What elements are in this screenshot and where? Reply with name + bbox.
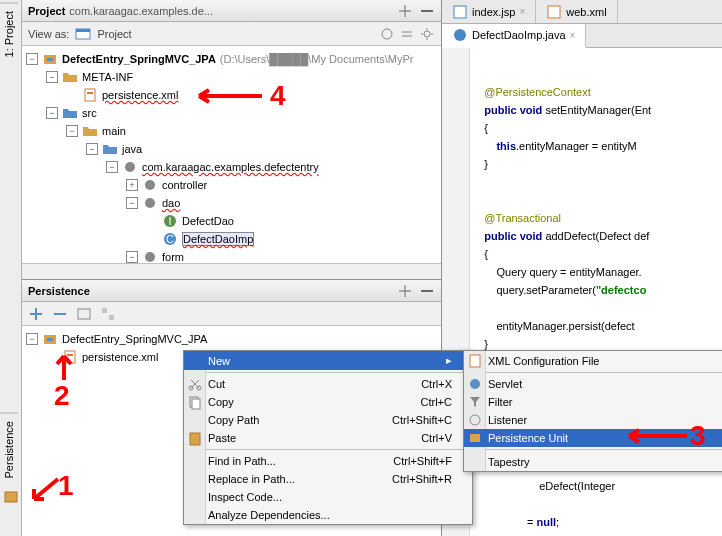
folder-icon <box>62 69 78 85</box>
menu-cut[interactable]: Cut Ctrl+X <box>184 375 472 393</box>
menu-label: Inspect Code... <box>208 491 282 503</box>
submenu-persistence-unit[interactable]: Persistence Unit <box>464 429 722 447</box>
collapse-icon[interactable] <box>397 3 413 19</box>
xml-icon <box>467 353 483 369</box>
svg-text:I: I <box>168 215 171 227</box>
submenu-xml-config[interactable]: XML Configuration File ▸ <box>464 351 722 370</box>
expand-all-icon[interactable] <box>28 306 44 322</box>
servlet-icon <box>467 376 483 392</box>
hide-icon[interactable] <box>419 3 435 19</box>
xml-icon <box>546 4 562 20</box>
tree-metainf[interactable]: META-INF <box>82 71 133 83</box>
hide-icon[interactable] <box>419 283 435 299</box>
svg-rect-1 <box>421 10 433 12</box>
collapse-all-icon[interactable] <box>52 306 68 322</box>
tree-toggle[interactable]: − <box>86 143 98 155</box>
menu-replace-in-path[interactable]: Replace in Path... Ctrl+Shift+R <box>184 470 472 488</box>
tree-toggle[interactable]: − <box>46 71 58 83</box>
menu-label: Cut <box>208 378 225 390</box>
svg-rect-25 <box>65 351 75 363</box>
tree-toggle[interactable]: − <box>126 197 138 209</box>
menu-copy-path[interactable]: Copy Path Ctrl+Shift+C <box>184 411 472 429</box>
persist-root[interactable]: DefectEntry_SpringMVC_JPA <box>62 333 207 345</box>
menu-find-in-path[interactable]: Find in Path... Ctrl+Shift+F <box>184 452 472 470</box>
menu-analyze-dependencies[interactable]: Analyze Dependencies... <box>184 506 472 524</box>
submenu-listener[interactable]: Listener <box>464 411 722 429</box>
package-icon <box>142 177 158 193</box>
java-icon <box>452 27 468 43</box>
toolbar-settings-icon[interactable] <box>419 26 435 42</box>
tree-toggle[interactable]: − <box>26 53 38 65</box>
package-icon <box>142 195 158 211</box>
tree-toggle[interactable]: + <box>126 179 138 191</box>
editor-tab-webxml[interactable]: web.xml <box>536 0 617 23</box>
sidebar-tab-persistence[interactable]: Persistence <box>0 412 18 486</box>
menu-label: Persistence Unit <box>488 432 568 444</box>
console-icon[interactable] <box>76 306 92 322</box>
tree-toggle[interactable]: − <box>66 125 78 137</box>
project-tree[interactable]: − DefectEntry_SpringMVC_JPA (D:\Users\██… <box>22 46 441 263</box>
svg-rect-22 <box>109 315 114 320</box>
view-as-value[interactable]: Project <box>97 28 131 40</box>
tree-root-path: (D:\Users\█████\My Documents\MyPr <box>220 53 414 65</box>
tab-close-icon[interactable]: × <box>519 6 525 17</box>
sidebar-tab-project[interactable]: 1: Project <box>0 2 18 65</box>
tab-close-icon[interactable]: × <box>570 30 576 41</box>
tree-main[interactable]: main <box>102 125 126 137</box>
tree-java[interactable]: java <box>122 143 142 155</box>
tree-persistence-xml[interactable]: persistence.xml <box>102 89 178 101</box>
svg-point-36 <box>470 379 480 389</box>
toolbar-collapse-all-icon[interactable] <box>399 26 415 42</box>
menu-label: XML Configuration File <box>488 355 599 367</box>
tree-defectdaoimp[interactable]: DefectDaoImp <box>182 232 254 246</box>
collapse-icon[interactable] <box>397 283 413 299</box>
menu-label: Copy Path <box>208 414 259 426</box>
tree-form[interactable]: form <box>162 251 184 263</box>
tree-toggle[interactable]: − <box>26 333 38 345</box>
svg-rect-3 <box>76 29 90 32</box>
svg-point-17 <box>145 252 155 262</box>
menu-inspect-code[interactable]: Inspect Code... <box>184 488 472 506</box>
module-icon <box>42 331 58 347</box>
tree-toggle[interactable]: − <box>46 107 58 119</box>
editor-tab-index[interactable]: index.jsp × <box>442 0 536 23</box>
editor-tab-defectdaoimp[interactable]: DefectDaoImp.java × <box>442 24 586 48</box>
persistence-panel-header: Persistence <box>22 280 441 302</box>
menu-copy[interactable]: Copy Ctrl+C <box>184 393 472 411</box>
tree-defectdao[interactable]: DefectDao <box>182 215 234 227</box>
svg-point-5 <box>424 31 430 37</box>
project-scrollbar[interactable] <box>22 263 441 279</box>
menu-paste[interactable]: Paste Ctrl+V <box>184 429 472 447</box>
menu-label: Filter <box>488 396 512 408</box>
submenu-tapestry[interactable]: Tapestry ▸ <box>464 452 722 471</box>
package-icon <box>122 159 138 175</box>
persist-xml[interactable]: persistence.xml <box>82 351 158 363</box>
xml-file-icon <box>62 349 78 365</box>
svg-rect-34 <box>190 433 200 445</box>
svg-point-4 <box>382 29 392 39</box>
menu-label: Replace in Path... <box>208 473 295 485</box>
menu-label: Find in Path... <box>208 455 276 467</box>
submenu-filter[interactable]: Filter <box>464 393 722 411</box>
svg-point-10 <box>125 162 135 172</box>
er-diagram-icon[interactable] <box>100 306 116 322</box>
tree-controller[interactable]: controller <box>162 179 207 191</box>
tree-dao[interactable]: dao <box>162 197 180 209</box>
svg-rect-20 <box>78 309 90 319</box>
submenu-servlet[interactable]: Servlet <box>464 375 722 393</box>
tree-root[interactable]: DefectEntry_SpringMVC_JPA <box>62 53 216 65</box>
tree-src[interactable]: src <box>82 107 97 119</box>
tree-toggle[interactable]: − <box>106 161 118 173</box>
toolbar-autoscroll-icon[interactable] <box>379 26 395 42</box>
menu-new[interactable]: New ▸ <box>184 351 472 370</box>
menu-label: Copy <box>208 396 234 408</box>
tree-package[interactable]: com.karaagac.examples.defectentry <box>142 161 319 173</box>
module-icon <box>42 51 58 67</box>
persistence-panel-title: Persistence <box>28 285 90 297</box>
svg-point-11 <box>145 180 155 190</box>
listener-icon <box>467 412 483 428</box>
menu-label: Paste <box>208 432 236 444</box>
menu-shortcut: Ctrl+Shift+R <box>392 473 452 485</box>
tree-toggle[interactable]: − <box>126 251 138 263</box>
source-folder-icon <box>62 105 78 121</box>
